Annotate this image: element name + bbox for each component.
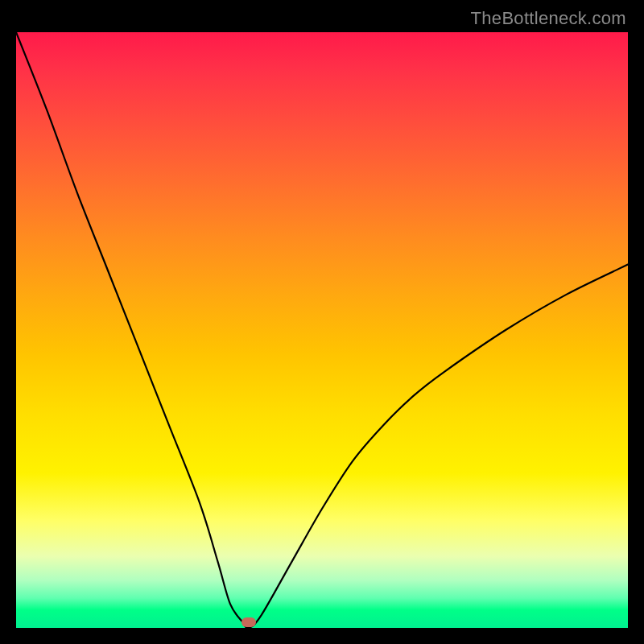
min-point-marker [242,617,256,627]
bottleneck-curve [16,32,628,628]
plot-area [16,32,628,628]
curve-svg [16,32,628,628]
chart-frame: TheBottleneck.com [0,0,644,644]
watermark-text: TheBottleneck.com [471,8,626,29]
